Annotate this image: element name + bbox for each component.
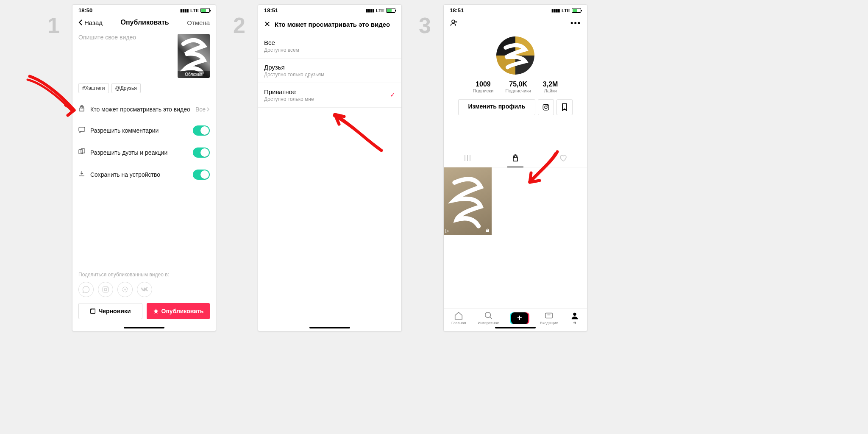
save-toggle[interactable] <box>193 170 210 180</box>
svg-point-8 <box>452 20 455 23</box>
person-icon <box>570 311 579 320</box>
option-title: Приватное <box>264 88 395 95</box>
privacy-row[interactable]: Кто может просматривать это видео Все <box>72 99 216 120</box>
signal-icon: ▮▮▮▮ <box>180 8 189 13</box>
nav-home[interactable]: Главная <box>451 311 466 325</box>
edit-profile-button[interactable]: Изменить профиль <box>458 99 535 115</box>
chevron-right-icon <box>206 107 210 112</box>
battery-icon <box>386 8 395 13</box>
close-button[interactable]: ✕ <box>264 19 270 29</box>
followers-value: 75,0K <box>505 81 531 88</box>
option-subtitle: Доступно всем <box>264 47 395 53</box>
hashtags-pill[interactable]: #Хэштеги <box>78 83 109 93</box>
instagram-link-button[interactable] <box>538 99 554 115</box>
status-bar: 18:51 ▮▮▮▮ LTE <box>258 5 401 14</box>
whatsapp-icon[interactable] <box>78 282 94 297</box>
status-time: 18:51 <box>450 7 464 14</box>
caption-input[interactable]: Опишите свое видео <box>78 34 174 78</box>
network-label: LTE <box>562 8 570 13</box>
followers-label: Подписчики <box>505 88 531 93</box>
avatar[interactable] <box>496 36 534 75</box>
svg-point-4 <box>104 288 107 291</box>
status-time: 18:50 <box>78 7 92 14</box>
duets-row: Разрешить дуэты и реакции <box>72 142 216 164</box>
comments-row: Разрешить комментарии <box>72 120 216 142</box>
friends-pill[interactable]: @Друзья <box>111 83 141 93</box>
cover-thumbnail[interactable]: Обложка <box>178 34 210 78</box>
option-subtitle: Доступно только мне <box>264 96 395 102</box>
more-button[interactable]: ••• <box>570 19 581 29</box>
nav-create[interactable]: + <box>511 312 528 324</box>
followers-stat[interactable]: 75,0K Подписчики <box>505 81 531 93</box>
home-indicator <box>495 327 536 328</box>
nav-discover-label: Интересное <box>478 321 499 325</box>
drafts-button[interactable]: Черновики <box>78 303 142 319</box>
home-indicator <box>124 327 164 328</box>
following-stat[interactable]: 1009 Подписки <box>473 81 494 93</box>
battery-icon <box>572 8 581 13</box>
svg-rect-3 <box>103 287 108 292</box>
video-tile[interactable]: ▷ 🔒︎ <box>444 167 492 235</box>
option-private[interactable]: Приватное Доступно только мне ✓ <box>258 83 401 108</box>
lock-small-icon: 🔒︎ <box>485 228 490 234</box>
option-subtitle: Доступно только друзьям <box>264 72 395 78</box>
nav-inbox[interactable]: Входящие <box>540 311 558 325</box>
vk-icon[interactable] <box>137 282 152 297</box>
svg-rect-7 <box>91 309 95 314</box>
comment-icon <box>78 126 86 135</box>
save-row: Сохранить на устройство <box>72 164 216 186</box>
tab-grid[interactable] <box>444 151 492 167</box>
step-number-2: 2 <box>233 13 245 38</box>
option-everyone[interactable]: Все Доступно всем <box>258 34 401 58</box>
network-label: LTE <box>376 8 384 13</box>
nav-me[interactable]: Я <box>570 311 579 325</box>
lock-icon <box>78 105 86 114</box>
share-label: Поделиться опубликованным видео в: <box>72 268 216 282</box>
option-friends[interactable]: Друзья Доступно только друзьям <box>258 58 401 83</box>
bookmark-button[interactable] <box>556 99 573 115</box>
option-title: Друзья <box>264 64 395 71</box>
chevron-left-icon <box>78 19 83 26</box>
following-label: Подписки <box>473 88 494 93</box>
svg-point-5 <box>107 287 108 288</box>
lock-icon <box>512 154 519 162</box>
comments-toggle[interactable] <box>193 125 210 136</box>
phone-screen-profile: 18:51 ▮▮▮▮ LTE ••• 1009 Подписки 75,0K П… <box>443 4 587 331</box>
instagram-icon[interactable] <box>98 282 113 297</box>
publish-label: Опубликовать <box>161 308 204 314</box>
phone-screen-privacy-options: 18:51 ▮▮▮▮ LTE ✕ Кто может просматривать… <box>258 4 402 331</box>
download-icon <box>78 170 86 179</box>
svg-point-11 <box>547 105 548 106</box>
signal-icon: ▮▮▮▮ <box>551 8 560 13</box>
status-bar: 18:51 ▮▮▮▮ LTE <box>444 5 587 14</box>
add-friend-button[interactable] <box>450 19 458 29</box>
duets-toggle[interactable] <box>193 147 210 158</box>
privacy-value: Все <box>195 106 206 113</box>
nav-home-label: Главная <box>451 321 466 325</box>
likes-stat[interactable]: 3,2M Лайки <box>543 81 558 93</box>
tab-liked[interactable] <box>539 151 587 167</box>
phone-screen-publish: 18:50 ▮▮▮▮ LTE Назад Опубликовать Отмена… <box>72 4 216 331</box>
signal-icon: ▮▮▮▮ <box>366 8 374 13</box>
stories-icon[interactable] <box>117 282 133 297</box>
inbox-icon <box>544 311 554 320</box>
back-label: Назад <box>84 19 103 26</box>
home-icon <box>454 311 463 320</box>
nav-inbox-label: Входящие <box>540 321 558 325</box>
svg-rect-13 <box>545 313 553 318</box>
grid-icon <box>464 154 471 162</box>
back-button[interactable]: Назад <box>78 19 103 26</box>
search-icon <box>484 311 493 320</box>
cancel-button[interactable]: Отмена <box>187 19 210 26</box>
nav-me-label: Я <box>573 321 576 325</box>
svg-point-10 <box>545 106 547 108</box>
page-title: Опубликовать <box>120 19 169 26</box>
publish-button[interactable]: Опубликовать <box>147 303 210 319</box>
nav-discover[interactable]: Интересное <box>478 311 499 325</box>
check-icon: ✓ <box>390 91 395 99</box>
publish-icon <box>153 308 159 314</box>
save-label: Сохранить на устройство <box>90 171 189 178</box>
duets-label: Разрешить дуэты и реакции <box>90 149 189 156</box>
tab-private[interactable] <box>492 151 540 167</box>
cover-label: Обложка <box>178 71 210 78</box>
